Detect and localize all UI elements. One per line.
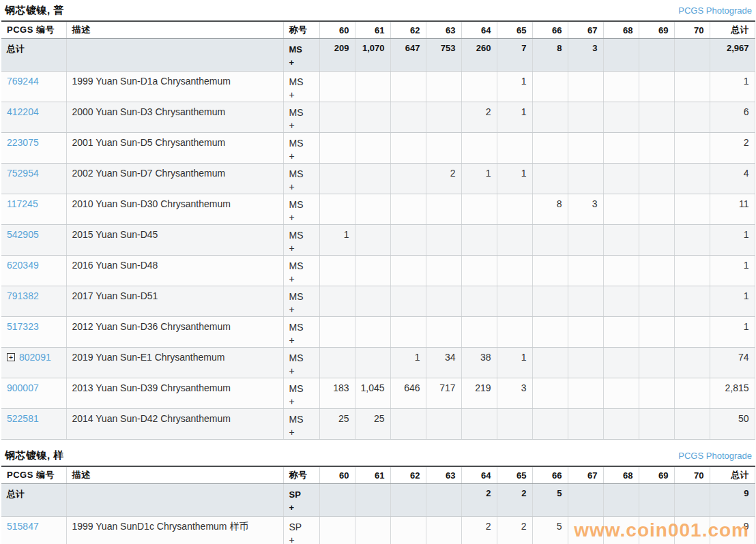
description-cell — [66, 484, 283, 517]
total-cell: 1 — [710, 286, 755, 317]
designation-value: SP + — [289, 521, 307, 544]
total-row: 总计SP +2259 — [1, 484, 755, 517]
pcgs-number-link[interactable]: 223075 — [7, 137, 39, 148]
grade-cell — [603, 133, 639, 164]
grade-cell — [674, 102, 710, 133]
grade-cell — [532, 225, 568, 256]
total-cell: 1 — [710, 225, 755, 256]
grade-cell — [390, 484, 426, 517]
pcgs-photograde-link[interactable]: PCGS Photograde — [678, 451, 752, 461]
grade-cell — [603, 409, 639, 440]
pcgs-photograde-link[interactable]: PCGS Photograde — [678, 5, 752, 16]
grade-cell — [355, 164, 390, 194]
grade-cell — [497, 194, 532, 225]
grade-cell — [390, 164, 426, 194]
pcgs-number-link[interactable]: 769244 — [7, 76, 39, 87]
designation-value: MS + — [289, 382, 307, 408]
grade-cell: 8 — [532, 39, 568, 72]
pcgs-number-link[interactable]: 522581 — [7, 413, 39, 424]
total-cell: 1 — [710, 256, 755, 286]
grade-cell — [532, 286, 568, 317]
grade-cell: 38 — [461, 348, 497, 378]
grade-cell — [390, 72, 426, 102]
pcgs-number-link[interactable]: 752954 — [7, 168, 39, 179]
grade-cell — [639, 484, 674, 517]
designation-value: MS + — [289, 413, 307, 439]
pcgs-number-link[interactable]: 542905 — [7, 229, 39, 240]
grade-cell — [390, 133, 426, 164]
total-cell: 9 — [710, 517, 755, 544]
grade-cell — [568, 517, 603, 544]
grade-cell — [319, 317, 355, 348]
grade-cell — [568, 72, 603, 102]
grade-cell: 209 — [319, 39, 355, 72]
grade-cell — [497, 256, 532, 286]
grade-cell — [674, 39, 710, 72]
grade-cell — [355, 133, 390, 164]
grade-cell — [603, 348, 639, 378]
section-title-bar: 钢芯镀镍, 样 PCGS Photograde — [1, 445, 755, 466]
col-header-grade-68: 68 — [603, 466, 639, 484]
grade-cell: 2 — [461, 517, 497, 544]
pcgs-number-link[interactable]: 517323 — [7, 321, 39, 332]
grade-cell — [639, 102, 674, 133]
total-label: 总计 — [7, 44, 25, 54]
designation-value: MS + — [289, 168, 307, 194]
grade-cell — [532, 378, 568, 409]
grade-cell — [639, 317, 674, 348]
designation-cell: MS + — [283, 348, 319, 378]
col-header-grade-64: 64 — [461, 466, 497, 484]
pcgs-cell: 总计 — [1, 39, 66, 72]
grade-cell — [461, 317, 497, 348]
pcgs-cell: 769244 — [1, 72, 66, 102]
pcgs-number-link[interactable]: 412204 — [7, 106, 39, 117]
grade-cell: 1 — [497, 348, 532, 378]
grade-cell: 1,045 — [355, 378, 390, 409]
pcgs-number-link[interactable]: 900007 — [7, 382, 39, 393]
pcgs-number-link[interactable]: 791382 — [7, 290, 39, 301]
pcgs-number-link[interactable]: 802091 — [19, 352, 51, 363]
pcgs-cell: 802091 — [1, 348, 66, 378]
grade-cell — [390, 517, 426, 544]
table-row: 2230752001 Yuan Sun-D5 ChrysanthemumMS +… — [1, 133, 755, 164]
grade-cell — [674, 164, 710, 194]
grade-cell — [461, 409, 497, 440]
designation-cell: MS + — [283, 39, 319, 72]
grade-cell — [319, 72, 355, 102]
grade-cell — [319, 484, 355, 517]
grade-cell: 5 — [532, 517, 568, 544]
designation-value: MS + — [289, 106, 307, 132]
designation-value: MS + — [289, 260, 307, 286]
grade-cell — [355, 102, 390, 133]
grade-cell: 1 — [319, 225, 355, 256]
grade-cell: 183 — [319, 378, 355, 409]
description-cell: 2015 Yuan Sun-D45 — [66, 225, 283, 256]
designation-cell: MS + — [283, 133, 319, 164]
expand-icon[interactable] — [7, 353, 15, 361]
designation-value: SP + — [289, 488, 307, 514]
grade-cell — [674, 409, 710, 440]
grade-cell — [639, 256, 674, 286]
designation-cell: MS + — [283, 164, 319, 194]
pcgs-cell: 517323 — [1, 317, 66, 348]
grade-cell: 3 — [497, 378, 532, 409]
description-cell: 2016 Yuan Sun-D48 — [66, 256, 283, 286]
description-cell: 1999 Yuan Sun-D1a Chrysanthemum — [66, 72, 283, 102]
pcgs-number-link[interactable]: 515847 — [7, 521, 39, 532]
grade-cell: 2 — [461, 484, 497, 517]
pcgs-number-link[interactable]: 117245 — [7, 198, 38, 209]
grade-cell — [319, 256, 355, 286]
grade-cell — [355, 225, 390, 256]
grade-cell — [639, 286, 674, 317]
grade-cell — [426, 256, 461, 286]
pcgs-cell: 总计 — [1, 484, 66, 517]
grade-cell — [355, 317, 390, 348]
total-cell: 2,815 — [710, 378, 755, 409]
col-header-grade-60: 60 — [319, 466, 355, 484]
pcgs-number-link[interactable]: 620349 — [7, 260, 39, 271]
grade-cell — [532, 133, 568, 164]
grade-cell — [497, 317, 532, 348]
description-cell: 2001 Yuan Sun-D5 Chrysanthemum — [66, 133, 283, 164]
designation-value: MS + — [289, 198, 307, 224]
table-row: 4122042000 Yuan Sun-D3 ChrysanthemumMS +… — [1, 102, 755, 133]
